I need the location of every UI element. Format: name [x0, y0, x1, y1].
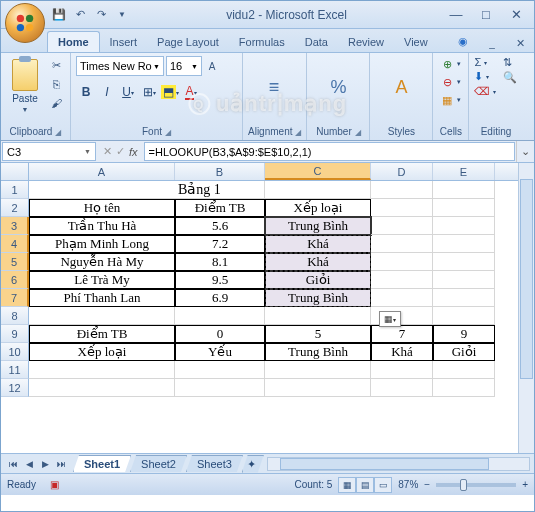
office-button[interactable]: [5, 3, 45, 43]
cell[interactable]: [433, 361, 495, 379]
tab-view[interactable]: View: [394, 32, 438, 52]
select-all-corner[interactable]: [1, 163, 29, 180]
cell[interactable]: 5.6: [175, 217, 265, 235]
cut-icon[interactable]: ✂: [47, 56, 65, 74]
cell[interactable]: 7.2: [175, 235, 265, 253]
autofill-options-button[interactable]: ▦▾: [379, 311, 401, 327]
expand-formula-bar-icon[interactable]: ⌄: [516, 141, 534, 162]
row-header[interactable]: 9: [1, 325, 29, 343]
clear-button[interactable]: ⌫▾: [474, 85, 496, 98]
row-header[interactable]: 10: [1, 343, 29, 361]
cell[interactable]: [371, 253, 433, 271]
cell[interactable]: [265, 307, 371, 325]
cell[interactable]: Trung Bình: [265, 343, 371, 361]
cell[interactable]: Giỏi: [265, 271, 371, 289]
cell[interactable]: [175, 361, 265, 379]
page-layout-view-button[interactable]: ▤: [356, 477, 374, 493]
next-sheet-icon[interactable]: ▶: [37, 456, 53, 472]
cell[interactable]: Trung Bình: [265, 289, 371, 307]
font-color-button[interactable]: A▾: [181, 82, 201, 102]
sheet-tab-3[interactable]: Sheet3: [186, 455, 243, 472]
cell[interactable]: [433, 217, 495, 235]
col-header-e[interactable]: E: [433, 163, 495, 180]
row-header[interactable]: 4: [1, 235, 29, 253]
col-header-a[interactable]: A: [29, 163, 175, 180]
cell[interactable]: [371, 289, 433, 307]
last-sheet-icon[interactable]: ⏭: [53, 456, 69, 472]
scrollbar-thumb[interactable]: [280, 458, 489, 470]
cell[interactable]: [265, 379, 371, 397]
cell[interactable]: 7: [371, 325, 433, 343]
format-cells-button[interactable]: ▦▾: [438, 92, 463, 108]
fill-button[interactable]: ⬇▾: [474, 70, 496, 83]
cell[interactable]: Nguyễn Hà My: [29, 253, 175, 271]
cell[interactable]: Xếp loại: [265, 199, 371, 217]
cell[interactable]: [29, 307, 175, 325]
cell[interactable]: Trần Thu Hà: [29, 217, 175, 235]
cell[interactable]: Phạm Minh Long: [29, 235, 175, 253]
name-box[interactable]: C3▼: [2, 142, 96, 161]
cell[interactable]: [433, 235, 495, 253]
save-icon[interactable]: 💾: [50, 6, 68, 24]
cell[interactable]: Khá: [371, 343, 433, 361]
fx-icon[interactable]: fx: [129, 146, 138, 158]
cell[interactable]: [265, 361, 371, 379]
cell[interactable]: [433, 289, 495, 307]
help-icon[interactable]: ◉: [448, 31, 478, 52]
sheet-tab-2[interactable]: Sheet2: [130, 455, 187, 472]
scrollbar-thumb[interactable]: [520, 179, 533, 379]
cell[interactable]: Khá: [265, 235, 371, 253]
cell[interactable]: Bảng 1: [175, 181, 265, 199]
cell[interactable]: Phí Thanh Lan: [29, 289, 175, 307]
col-header-b[interactable]: B: [175, 163, 265, 180]
cell[interactable]: [371, 181, 433, 199]
cell[interactable]: [29, 361, 175, 379]
format-painter-icon[interactable]: 🖌: [47, 94, 65, 112]
new-sheet-button[interactable]: ✦: [242, 455, 264, 473]
cell[interactable]: Xếp loại: [29, 343, 175, 361]
cancel-formula-icon[interactable]: ✕: [103, 145, 112, 158]
row-header[interactable]: 6: [1, 271, 29, 289]
maximize-button[interactable]: □: [472, 6, 500, 24]
tab-data[interactable]: Data: [295, 32, 338, 52]
cell[interactable]: [371, 199, 433, 217]
border-button[interactable]: ⊞▾: [139, 82, 159, 102]
cell[interactable]: Khá: [265, 253, 371, 271]
cell[interactable]: [175, 307, 265, 325]
row-header[interactable]: 12: [1, 379, 29, 397]
number-format-button[interactable]: %: [312, 56, 364, 118]
tab-home[interactable]: Home: [47, 31, 100, 52]
cell[interactable]: 8.1: [175, 253, 265, 271]
active-cell[interactable]: Trung Bình: [265, 217, 371, 235]
row-header[interactable]: 3: [1, 217, 29, 235]
col-header-d[interactable]: D: [371, 163, 433, 180]
insert-cells-button[interactable]: ⊕▾: [438, 56, 463, 72]
tab-page-layout[interactable]: Page Layout: [147, 32, 229, 52]
cell[interactable]: [175, 379, 265, 397]
delete-cells-button[interactable]: ⊖▾: [438, 74, 463, 90]
cell[interactable]: [371, 235, 433, 253]
cell[interactable]: [29, 181, 175, 199]
cell[interactable]: 5: [265, 325, 371, 343]
cell[interactable]: [265, 181, 371, 199]
cell[interactable]: [433, 271, 495, 289]
col-header-c[interactable]: C: [265, 163, 371, 180]
zoom-thumb[interactable]: [460, 479, 467, 491]
zoom-level[interactable]: 87%: [398, 479, 418, 490]
row-header[interactable]: 7: [1, 289, 29, 307]
redo-icon[interactable]: ↷: [92, 6, 110, 24]
cell[interactable]: Họ tên: [29, 199, 175, 217]
row-header[interactable]: 11: [1, 361, 29, 379]
sort-filter-button[interactable]: ⇅: [503, 56, 517, 69]
cell[interactable]: [433, 253, 495, 271]
styles-button[interactable]: A: [375, 56, 427, 118]
row-header[interactable]: 2: [1, 199, 29, 217]
cell[interactable]: [29, 379, 175, 397]
cell[interactable]: [371, 217, 433, 235]
cell[interactable]: 0: [175, 325, 265, 343]
cell[interactable]: [371, 379, 433, 397]
row-header[interactable]: 5: [1, 253, 29, 271]
ribbon-minimize-button[interactable]: _: [478, 34, 506, 52]
cell[interactable]: 9.5: [175, 271, 265, 289]
tab-review[interactable]: Review: [338, 32, 394, 52]
